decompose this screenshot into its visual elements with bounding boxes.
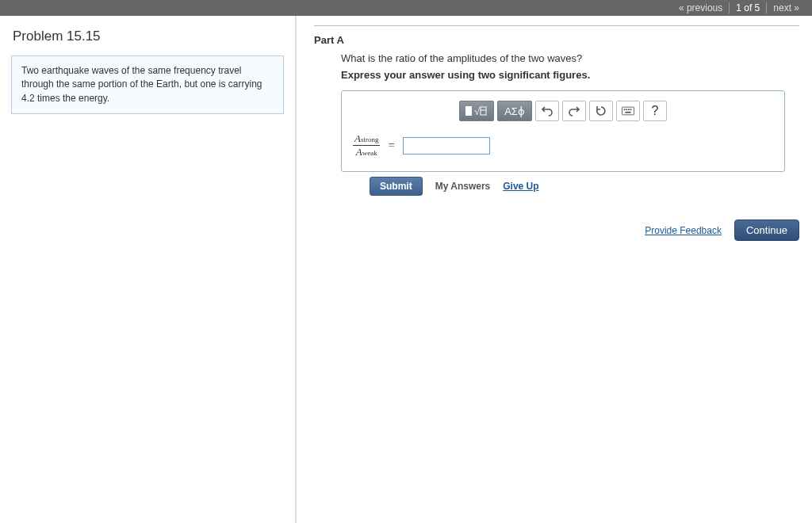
nav-next[interactable]: next » [766,2,806,13]
svg-rect-5 [624,109,626,110]
tool-templates[interactable]: √ [459,101,494,121]
problem-title: Problem 15.15 [13,29,284,44]
undo-icon[interactable] [535,101,559,121]
redo-icon[interactable] [562,101,586,121]
svg-rect-4 [622,107,634,115]
question-text: What is the ratio of the amplitudes of t… [341,52,799,64]
provide-feedback-link[interactable]: Provide Feedback [645,225,722,236]
nav-previous[interactable]: « previous [672,2,729,13]
equation-row: Astrong Aweak = [353,132,776,158]
content-area: Part A What is the ratio of the amplitud… [297,16,812,523]
top-nav: « previous 1 of 5 next » [0,0,812,16]
part-label: Part A [314,34,799,46]
give-up-link[interactable]: Give Up [503,181,538,192]
problem-sidebar: Problem 15.15 Two earthquake waves of th… [0,16,297,523]
svg-rect-9 [625,112,630,113]
svg-rect-7 [628,109,630,110]
main-layout: Problem 15.15 Two earthquake waves of th… [0,16,812,523]
question-instruction: Express your answer using two significan… [341,69,799,81]
equals-sign: = [388,139,394,152]
reset-icon[interactable] [589,101,613,121]
math-toolbar: √ ΑΣϕ [350,101,776,121]
tool-templates-label: √ [465,105,488,117]
ratio-fraction: Astrong Aweak [353,132,380,158]
submit-button[interactable]: Submit [370,177,423,196]
svg-rect-6 [626,109,627,110]
action-row: Submit My Answers Give Up [370,177,799,196]
keyboard-icon[interactable] [616,101,640,121]
svg-rect-2 [481,107,486,115]
my-answers-label: My Answers [435,181,491,192]
tool-greek[interactable]: ΑΣϕ [497,101,532,121]
svg-rect-0 [465,106,472,116]
answer-input[interactable] [403,137,490,155]
svg-rect-8 [630,109,632,110]
answer-box: √ ΑΣϕ [341,90,785,172]
svg-text:√: √ [474,105,481,117]
continue-button[interactable]: Continue [734,220,799,241]
nav-position: 1 of 5 [729,2,766,13]
problem-statement: Two earthquake waves of the same frequen… [11,55,284,114]
footer-row: Provide Feedback Continue [341,220,799,241]
help-icon[interactable]: ? [643,101,667,121]
